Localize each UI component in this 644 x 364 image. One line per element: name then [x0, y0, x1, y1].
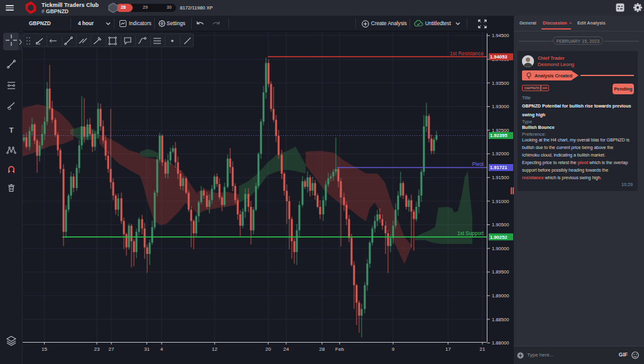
- svg-text:4: 4: [160, 346, 164, 352]
- svg-text:1.89000: 1.89000: [492, 293, 509, 299]
- svg-text:1.88000: 1.88000: [492, 340, 509, 346]
- svg-text:21: 21: [480, 346, 486, 352]
- svg-text:1.94500: 1.94500: [492, 33, 509, 38]
- svg-text:9: 9: [392, 346, 395, 352]
- svg-text:24: 24: [284, 346, 289, 352]
- svg-text:17: 17: [445, 346, 451, 352]
- svg-text:Pivot: Pivot: [472, 162, 484, 167]
- svg-text:27: 27: [109, 346, 114, 352]
- svg-text:1.91500: 1.91500: [492, 175, 509, 180]
- svg-text:31: 31: [144, 346, 150, 352]
- svg-text:23: 23: [94, 346, 100, 352]
- svg-text:1.90500: 1.90500: [492, 222, 509, 228]
- svg-text:1.91000: 1.91000: [492, 199, 509, 204]
- svg-text:15: 15: [42, 346, 47, 352]
- svg-text:20: 20: [265, 346, 271, 352]
- svg-text:1st Resistance: 1st Resistance: [450, 51, 484, 57]
- svg-text:Feb: Feb: [335, 346, 344, 352]
- svg-text:1.88500: 1.88500: [492, 317, 509, 323]
- svg-text:28: 28: [319, 346, 325, 352]
- svg-text:1.92395: 1.92395: [490, 133, 508, 138]
- svg-text:1st Support: 1st Support: [457, 231, 484, 236]
- svg-text:1.90000: 1.90000: [492, 246, 509, 251]
- svg-text:12: 12: [212, 346, 218, 352]
- svg-text:1.93500: 1.93500: [492, 80, 509, 86]
- svg-text:1.91721: 1.91721: [490, 165, 508, 170]
- svg-text:1.92000: 1.92000: [492, 151, 509, 157]
- svg-text:1.93000: 1.93000: [492, 104, 509, 109]
- svg-text:1.94053: 1.94053: [490, 54, 507, 60]
- svg-text:1.90252: 1.90252: [490, 234, 507, 240]
- svg-text:1.89500: 1.89500: [492, 269, 509, 275]
